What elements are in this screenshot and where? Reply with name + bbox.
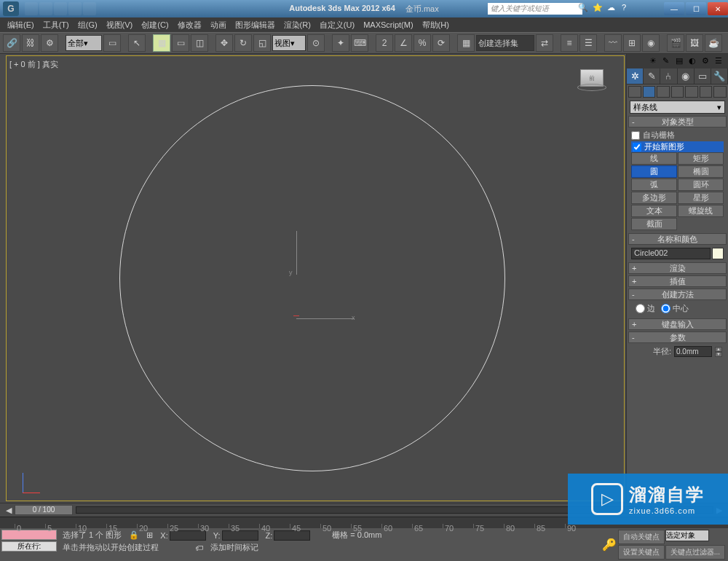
menu-maxscript[interactable]: MAXScript(M)	[359, 19, 417, 31]
tab-display[interactable]: ▭	[695, 68, 711, 84]
viewport-front[interactable]: [ + 0 前 ] 真实 前 y x	[6, 55, 625, 501]
close-button[interactable]: ✕	[708, 2, 728, 15]
keyboard-shortcut-icon[interactable]: ⌨	[351, 34, 368, 52]
menu-modifiers[interactable]: 修改器	[173, 18, 206, 32]
tab-utilities[interactable]: 🔧	[711, 68, 728, 84]
selection-filter-dropdown[interactable]: 全部 ▾	[66, 35, 102, 51]
menu-customize[interactable]: 自定义(U)	[315, 18, 359, 32]
qat-save-icon[interactable]	[54, 2, 67, 15]
qat-new-icon[interactable]	[25, 2, 38, 15]
cat-systems-icon[interactable]	[713, 86, 727, 98]
qat-undo-icon[interactable]	[68, 2, 82, 15]
shape-arc-button[interactable]: 弧	[631, 178, 677, 191]
menu-edit[interactable]: 编辑(E)	[3, 18, 39, 32]
named-selset-dropdown[interactable]: 创建选择集	[476, 35, 534, 51]
align-icon[interactable]: ≡	[561, 34, 578, 52]
rollout-objecttype-header[interactable]: -对象类型	[628, 116, 727, 128]
menu-animation[interactable]: 动画	[206, 18, 231, 32]
menu-group[interactable]: 组(G)	[74, 18, 102, 32]
rollout-interp-header[interactable]: +插值	[628, 275, 727, 287]
exchange-icon[interactable]: ☁	[607, 3, 619, 15]
cat-lights-icon[interactable]	[657, 86, 670, 98]
circle-object[interactable]	[119, 85, 505, 471]
shape-line-button[interactable]: 线	[631, 152, 677, 165]
keyfilter-button[interactable]: 关键点过滤器...	[665, 545, 725, 560]
infocenter-icon[interactable]: 🔍	[578, 3, 590, 15]
select-object-icon[interactable]: ↖	[128, 34, 146, 52]
rollout-render-header[interactable]: +渲染	[628, 262, 727, 274]
spin-down-icon[interactable]: ▼	[715, 352, 722, 357]
editnamed-icon[interactable]: ▦	[457, 34, 475, 52]
qat-redo-icon[interactable]	[83, 2, 96, 15]
method-center-radio[interactable]: 中心	[661, 303, 689, 314]
viewport-label[interactable]: [ + 0 前 ] 真实	[9, 59, 58, 70]
shape-ellipse-button[interactable]: 椭圆	[678, 165, 724, 178]
spinner-snap-icon[interactable]: ⟳	[432, 34, 450, 52]
cat-spacewarps-icon[interactable]	[700, 86, 713, 98]
shape-helix-button[interactable]: 螺旋线	[678, 205, 724, 217]
render-setup-icon[interactable]: 🎬	[667, 34, 684, 52]
cat-geometry-icon[interactable]	[628, 86, 641, 98]
light-icon[interactable]: ☀	[649, 56, 660, 66]
render-icon[interactable]: ☕	[705, 34, 722, 52]
coord-y-input[interactable]	[222, 530, 258, 541]
setkey-button[interactable]: 设置关键点	[618, 545, 665, 560]
app-logo[interactable]: G	[3, 1, 19, 16]
spin-up-icon[interactable]: ▲	[715, 347, 722, 352]
cat-cameras-icon[interactable]	[671, 86, 684, 98]
tab-create[interactable]: ✲	[627, 68, 644, 84]
render-frame-icon[interactable]: 🖼	[686, 34, 703, 52]
shape-donut-button[interactable]: 圆环	[678, 178, 724, 191]
shape-ngon-button[interactable]: 多边形	[631, 192, 677, 204]
link-icon[interactable]: 🔗	[3, 34, 20, 52]
selkey-input[interactable]: 选定对象	[665, 530, 709, 541]
key-icon[interactable]: 🔑	[602, 538, 617, 552]
time-slider-handle[interactable]: 0 / 100	[15, 505, 73, 515]
layers-icon[interactable]: ☰	[579, 34, 597, 52]
rollout-keyboard-header[interactable]: +键盘输入	[628, 318, 727, 330]
radius-spinner[interactable]: 0.0mm	[674, 346, 712, 357]
timetag-icon[interactable]: 🏷	[195, 544, 203, 552]
tool1-icon[interactable]: ✎	[662, 56, 673, 66]
subscription-icon[interactable]: ⭐	[593, 3, 604, 15]
manipulate-icon[interactable]: ✦	[332, 34, 349, 52]
curve-editor-icon[interactable]: 〰	[604, 34, 622, 52]
shape-circle-button[interactable]: 圆	[631, 165, 677, 178]
menu-help[interactable]: 帮助(H)	[418, 18, 454, 32]
minimize-button[interactable]: —	[664, 2, 684, 15]
add-time-tag[interactable]: 添加时间标记	[210, 542, 258, 553]
subcategory-dropdown[interactable]: 样条线 ▾	[630, 101, 725, 114]
rollout-params-header[interactable]: -参数	[628, 332, 727, 343]
startnewshape-checkbox[interactable]: 开始新图形	[631, 141, 724, 152]
schematic-icon[interactable]: ⊞	[623, 34, 641, 52]
object-color-swatch[interactable]	[712, 248, 724, 259]
rollout-method-header[interactable]: -创建方法	[628, 289, 727, 300]
shape-star-button[interactable]: 星形	[678, 192, 724, 204]
snap-icon[interactable]: 2	[376, 34, 393, 52]
shape-text-button[interactable]: 文本	[631, 205, 677, 217]
menu-grapheditors[interactable]: 图形编辑器	[231, 18, 280, 32]
shape-section-button[interactable]: 截面	[631, 218, 677, 230]
menu-views[interactable]: 视图(V)	[102, 18, 138, 32]
select-name-icon[interactable]: ▦	[153, 34, 170, 52]
tool4-icon[interactable]: ⚙	[702, 56, 712, 66]
mirror-icon[interactable]: ⇄	[536, 34, 553, 52]
material-editor-icon[interactable]: ◉	[642, 34, 660, 52]
help-icon[interactable]: ?	[622, 3, 633, 15]
angle-snap-icon[interactable]: ∠	[395, 34, 412, 52]
menu-tools[interactable]: 工具(T)	[39, 18, 74, 32]
rotate-icon[interactable]: ↻	[234, 34, 252, 52]
maximize-button[interactable]: ☐	[686, 2, 706, 15]
select-region-icon[interactable]: ▭	[172, 34, 189, 52]
menu-rendering[interactable]: 渲染(R)	[280, 18, 315, 32]
lock-icon[interactable]: 🔒	[129, 530, 139, 540]
window-crossing-icon[interactable]: ◫	[191, 34, 208, 52]
cat-shapes-icon[interactable]	[643, 86, 656, 98]
pivot-icon[interactable]: ⊙	[307, 34, 325, 52]
scale-icon[interactable]: ◱	[253, 34, 271, 52]
refcoord-dropdown[interactable]: 视图 ▾	[272, 35, 306, 51]
unlink-icon[interactable]: ⛓	[22, 34, 39, 52]
select-icon[interactable]: ▭	[103, 34, 121, 52]
tool2-icon[interactable]: ▤	[676, 56, 686, 66]
object-name-input[interactable]: Circle002	[631, 248, 711, 259]
